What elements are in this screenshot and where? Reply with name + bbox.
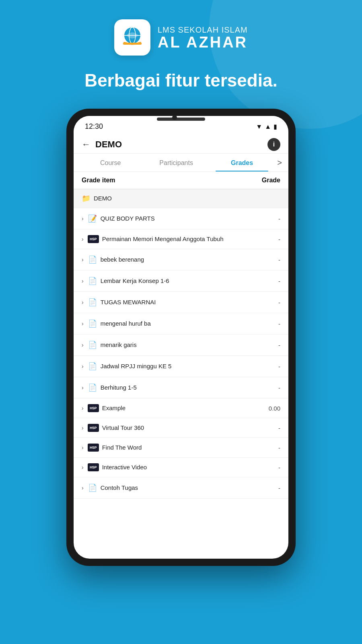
battery-icon: ▮ — [274, 123, 277, 130]
phone-notch — [157, 118, 205, 121]
wifi-icon: ▼ — [256, 123, 262, 130]
folder-icon: 📁 — [82, 194, 90, 203]
grade-item-quiz-body-parts[interactable]: › 📝 QUIZ BODY PARTS - — [74, 208, 288, 229]
phone-wrapper: 12:30 ▼ ▲ ▮ ← DEMO i Course — [66, 109, 296, 566]
h5p-icon: H5P — [88, 235, 99, 243]
info-button[interactable]: i — [267, 138, 280, 151]
grade-item-menarik-garis[interactable]: › 📄 menarik garis - — [74, 334, 288, 356]
item-label: menarik garis — [101, 341, 268, 349]
item-grade: - — [268, 425, 280, 431]
phone-camera — [172, 115, 177, 120]
phone-screen: 12:30 ▼ ▲ ▮ ← DEMO i Course — [74, 116, 288, 559]
file-icon: 📄 — [88, 297, 97, 307]
logo-bottom-line: AL AZHAR — [158, 35, 248, 50]
grade-item-bebek-berenang[interactable]: › 📄 bebek berenang - — [74, 249, 288, 270]
file-icon: 📄 — [88, 361, 97, 371]
app-bar-left: ← DEMO — [82, 139, 122, 150]
logo-top-line: LMS SEKOLAH ISLAM — [158, 25, 248, 35]
file-icon: 📄 — [88, 276, 97, 286]
tab-participants[interactable]: Participants — [143, 154, 209, 171]
grade-item-contoh-tugas[interactable]: › 📄 Contoh Tugas - — [74, 477, 288, 499]
app-title: DEMO — [95, 139, 122, 150]
tab-grades[interactable]: Grades — [209, 154, 275, 171]
logo-text: LMS SEKOLAH ISLAM AL AZHAR — [158, 25, 248, 50]
logo-container: LMS SEKOLAH ISLAM AL AZHAR — [114, 19, 248, 56]
grade-section-demo[interactable]: 📁 DEMO — [74, 189, 288, 208]
grade-item-example[interactable]: › H5P Example 0.00 — [74, 398, 288, 418]
item-label: Find The Word — [102, 444, 268, 452]
chevron-icon: › — [82, 320, 84, 327]
svg-rect-3 — [123, 43, 142, 45]
phone-frame: 12:30 ▼ ▲ ▮ ← DEMO i Course — [66, 109, 296, 566]
tagline: Berbagai fitur tersedia. — [60, 70, 301, 91]
grade-item-berhitung[interactable]: › 📄 Berhitung 1-5 - — [74, 377, 288, 398]
item-label: Interactive Video — [102, 463, 268, 471]
item-label: QUIZ BODY PARTS — [101, 215, 268, 223]
grade-value-header: Grade — [262, 177, 280, 184]
chevron-icon: › — [82, 278, 84, 284]
item-grade: 0.00 — [268, 405, 280, 412]
chevron-icon: › — [82, 464, 84, 471]
grade-item-tugas-mewarnai[interactable]: › 📄 TUGAS MEWARNAI - — [74, 292, 288, 313]
grade-item-permainan-memori[interactable]: › H5P Permainan Memori Mengenal Anggota … — [74, 229, 288, 249]
item-label: Virtual Tour 360 — [102, 424, 268, 432]
item-label: mengenal huruf ba — [101, 320, 268, 328]
chevron-icon: › — [82, 425, 84, 431]
logo-icon — [114, 19, 150, 56]
item-grade: - — [268, 384, 280, 391]
item-label: Example — [102, 404, 268, 412]
quiz-icon: 📝 — [88, 214, 97, 223]
tabs: Course Participants Grades > — [74, 154, 288, 172]
chevron-icon: › — [82, 236, 84, 242]
status-time: 12:30 — [85, 122, 103, 131]
tab-course[interactable]: Course — [78, 154, 143, 171]
item-grade: - — [268, 464, 280, 471]
h5p-icon: H5P — [88, 404, 99, 412]
h5p-icon: H5P — [88, 444, 99, 452]
section-label: DEMO — [94, 194, 280, 202]
chevron-icon: › — [82, 384, 84, 391]
item-grade: - — [268, 342, 280, 349]
tab-next-arrow[interactable]: > — [275, 158, 284, 167]
item-grade: - — [268, 236, 280, 243]
item-grade: - — [268, 485, 280, 491]
item-label: Lembar Kerja Konsep 1-6 — [101, 277, 268, 285]
chevron-icon: › — [82, 363, 84, 369]
grade-item-header: Grade item — [82, 177, 115, 184]
chevron-icon: › — [82, 444, 84, 451]
back-button[interactable]: ← — [82, 139, 90, 150]
item-label: Jadwal RPJJ minggu KE 5 — [101, 362, 268, 370]
chevron-icon: › — [82, 299, 84, 305]
file-icon: 📄 — [88, 340, 97, 350]
chevron-icon: › — [82, 485, 84, 491]
grade-item-lembar-kerja[interactable]: › 📄 Lembar Kerja Konsep 1-6 - — [74, 270, 288, 292]
h5p-icon: H5P — [88, 424, 99, 432]
file-icon: 📄 — [88, 255, 97, 264]
item-grade: - — [268, 320, 280, 327]
status-icons: ▼ ▲ ▮ — [256, 123, 277, 130]
header-section: LMS SEKOLAH ISLAM AL AZHAR Berbagai fitu… — [0, 0, 362, 91]
chevron-icon: › — [82, 342, 84, 348]
item-label: Berhitung 1-5 — [101, 384, 268, 392]
grade-item-jadwal-rpjj[interactable]: › 📄 Jadwal RPJJ minggu KE 5 - — [74, 356, 288, 377]
grade-table-header: Grade item Grade — [74, 172, 288, 189]
app-bar: ← DEMO i — [74, 134, 288, 154]
item-label: bebek berenang — [101, 256, 268, 264]
grade-item-interactive-video[interactable]: › H5P Interactive Video - — [74, 458, 288, 477]
item-grade: - — [268, 363, 280, 370]
file-icon: 📄 — [88, 383, 97, 392]
grade-list: 📁 DEMO › 📝 QUIZ BODY PARTS - › H5P — [74, 189, 288, 499]
file-icon: 📄 — [88, 483, 97, 493]
h5p-icon: H5P — [88, 463, 99, 471]
item-label: Contoh Tugas — [101, 484, 268, 492]
grade-item-mengenal-huruf[interactable]: › 📄 mengenal huruf ba - — [74, 313, 288, 334]
grade-item-virtual-tour[interactable]: › H5P Virtual Tour 360 - — [74, 418, 288, 438]
item-grade: - — [268, 278, 280, 285]
chevron-icon: › — [82, 405, 84, 411]
chevron-icon: › — [82, 215, 84, 222]
chevron-icon: › — [82, 256, 84, 263]
item-grade: - — [268, 299, 280, 306]
signal-icon: ▲ — [265, 123, 271, 130]
item-label: TUGAS MEWARNAI — [101, 298, 268, 306]
grade-item-find-the-word[interactable]: › H5P Find The Word - — [74, 438, 288, 458]
